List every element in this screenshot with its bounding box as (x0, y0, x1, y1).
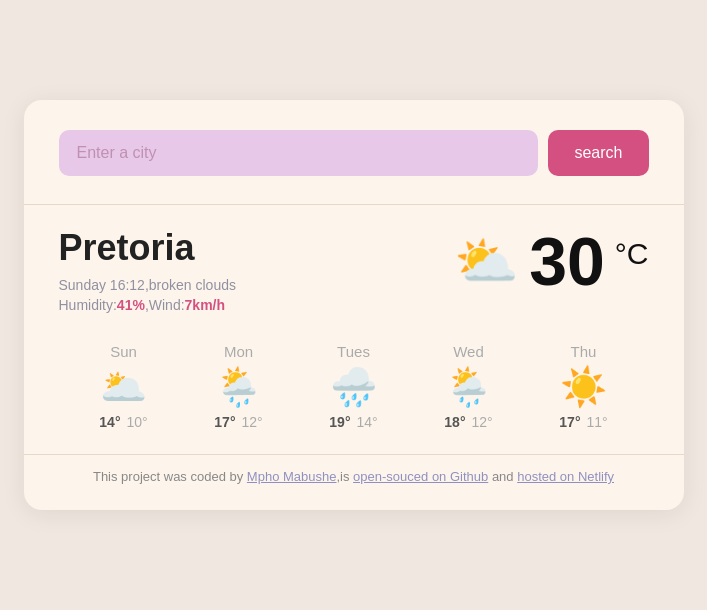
bottom-divider (24, 454, 684, 455)
forecast-day-item: Mon 🌦️ 17° 12° (184, 343, 294, 430)
temp-low: 14° (357, 414, 378, 430)
temperature-value: 30 (529, 227, 605, 295)
day-label: Thu (571, 343, 597, 360)
day-temperatures: 17° 11° (559, 414, 607, 430)
temperature-section: ⛅ 30 °C (454, 227, 648, 295)
temp-high: 19° (329, 414, 350, 430)
search-button[interactable]: search (548, 130, 648, 176)
day-temperatures: 19° 14° (329, 414, 377, 430)
weather-card: search Pretoria Sunday 16:12,broken clou… (24, 100, 684, 510)
day-label: Mon (224, 343, 253, 360)
weather-description: Sunday 16:12,broken clouds (59, 277, 236, 293)
day-label: Wed (453, 343, 484, 360)
forecast-day-item: Thu ☀️ 17° 11° (529, 343, 639, 430)
day-icon: 🌥️ (100, 368, 147, 406)
city-info: Pretoria Sunday 16:12,broken clouds Humi… (59, 227, 236, 313)
day-temperatures: 14° 10° (99, 414, 147, 430)
day-label: Tues (337, 343, 370, 360)
weather-main-section: Pretoria Sunday 16:12,broken clouds Humi… (59, 205, 649, 323)
temp-high: 18° (444, 414, 465, 430)
forecast-day-item: Wed 🌦️ 18° 12° (414, 343, 524, 430)
city-search-input[interactable] (59, 130, 539, 176)
day-icon: 🌧️ (330, 368, 377, 406)
temp-high: 17° (559, 414, 580, 430)
day-icon: 🌦️ (215, 368, 262, 406)
weather-details: Humidity:41%,Wind:7km/h (59, 297, 236, 313)
footer-text: This project was coded by Mpho Mabushe,i… (59, 469, 649, 490)
current-weather-icon: ⛅ (454, 231, 519, 292)
day-icon: 🌦️ (445, 368, 492, 406)
forecast-day-item: Tues 🌧️ 19° 14° (299, 343, 409, 430)
github-link[interactable]: open-souced on Github (353, 469, 488, 484)
forecast-section: Sun 🌥️ 14° 10° Mon 🌦️ 17° 12° Tues 🌧️ 19… (59, 323, 649, 440)
day-icon: ☀️ (560, 368, 607, 406)
netlify-link[interactable]: hosted on Netlify (517, 469, 614, 484)
temp-low: 11° (587, 414, 608, 430)
temp-high: 17° (214, 414, 235, 430)
temp-high: 14° (99, 414, 120, 430)
temp-low: 12° (472, 414, 493, 430)
city-name: Pretoria (59, 227, 236, 269)
day-temperatures: 18° 12° (444, 414, 492, 430)
temp-low: 10° (127, 414, 148, 430)
temp-low: 12° (242, 414, 263, 430)
forecast-day-item: Sun 🌥️ 14° 10° (69, 343, 179, 430)
temperature-unit: °C (615, 237, 649, 271)
author-link[interactable]: Mpho Mabushe (247, 469, 337, 484)
day-label: Sun (110, 343, 137, 360)
search-row: search (59, 130, 649, 176)
day-temperatures: 17° 12° (214, 414, 262, 430)
